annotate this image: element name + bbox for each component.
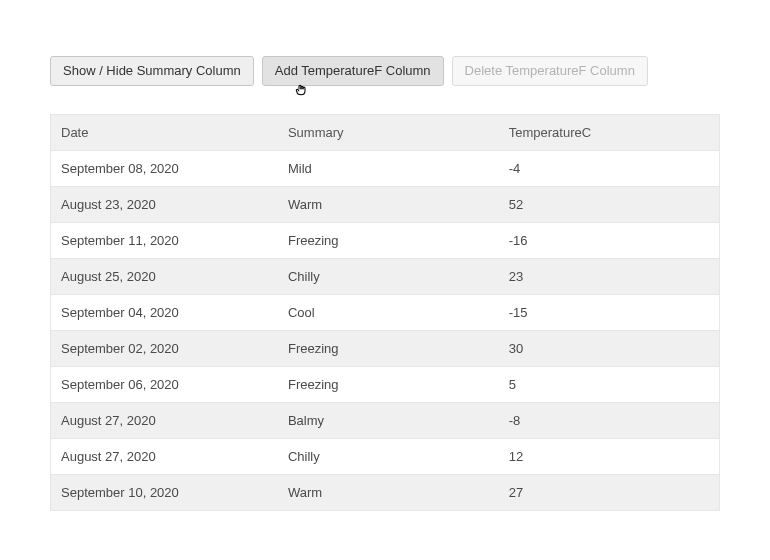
cell-summary: Chilly: [278, 439, 499, 475]
forecast-table: Date Summary TemperatureC September 08, …: [50, 114, 720, 511]
page-container: Show / Hide Summary Column Add Temperatu…: [0, 0, 770, 511]
cell-temperaturec: 12: [499, 439, 720, 475]
cell-summary: Balmy: [278, 403, 499, 439]
table-row: September 11, 2020Freezing-16: [51, 223, 720, 259]
cell-summary: Chilly: [278, 259, 499, 295]
cell-date: September 10, 2020: [51, 475, 278, 511]
cell-temperaturec: 23: [499, 259, 720, 295]
table-header-row: Date Summary TemperatureC: [51, 115, 720, 151]
cell-date: September 06, 2020: [51, 367, 278, 403]
add-temperaturef-button[interactable]: Add TemperatureF Column: [262, 56, 444, 86]
cell-summary: Mild: [278, 151, 499, 187]
table-row: August 27, 2020Chilly12: [51, 439, 720, 475]
cell-summary: Warm: [278, 475, 499, 511]
cell-temperaturec: -16: [499, 223, 720, 259]
cell-temperaturec: -15: [499, 295, 720, 331]
table-row: August 23, 2020Warm52: [51, 187, 720, 223]
table-row: September 06, 2020Freezing5: [51, 367, 720, 403]
cell-date: September 04, 2020: [51, 295, 278, 331]
cell-date: August 27, 2020: [51, 403, 278, 439]
cell-date: September 11, 2020: [51, 223, 278, 259]
table-row: September 08, 2020Mild-4: [51, 151, 720, 187]
cell-date: August 23, 2020: [51, 187, 278, 223]
table-row: September 04, 2020Cool-15: [51, 295, 720, 331]
cell-temperaturec: 52: [499, 187, 720, 223]
table-row: September 02, 2020Freezing30: [51, 331, 720, 367]
cell-temperaturec: 30: [499, 331, 720, 367]
cell-summary: Freezing: [278, 223, 499, 259]
table-row: August 25, 2020Chilly23: [51, 259, 720, 295]
cell-date: August 25, 2020: [51, 259, 278, 295]
cell-summary: Freezing: [278, 331, 499, 367]
table-row: August 27, 2020Balmy-8: [51, 403, 720, 439]
cell-summary: Freezing: [278, 367, 499, 403]
cell-summary: Warm: [278, 187, 499, 223]
cell-date: August 27, 2020: [51, 439, 278, 475]
table-row: September 10, 2020Warm27: [51, 475, 720, 511]
column-header-date: Date: [51, 115, 278, 151]
cell-temperaturec: -8: [499, 403, 720, 439]
button-toolbar: Show / Hide Summary Column Add Temperatu…: [50, 56, 720, 86]
cell-temperaturec: 27: [499, 475, 720, 511]
toggle-summary-button[interactable]: Show / Hide Summary Column: [50, 56, 254, 86]
cell-date: September 08, 2020: [51, 151, 278, 187]
cell-temperaturec: 5: [499, 367, 720, 403]
column-header-summary: Summary: [278, 115, 499, 151]
cell-summary: Cool: [278, 295, 499, 331]
column-header-temperaturec: TemperatureC: [499, 115, 720, 151]
cell-temperaturec: -4: [499, 151, 720, 187]
delete-temperaturef-button: Delete TemperatureF Column: [452, 56, 648, 86]
cell-date: September 02, 2020: [51, 331, 278, 367]
